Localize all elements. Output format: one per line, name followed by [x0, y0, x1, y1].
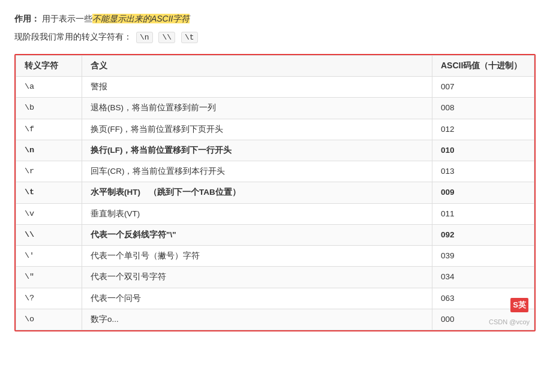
cell-escape: \b [16, 98, 82, 119]
cell-escape: \f [16, 119, 82, 140]
table-row: \"代表一个双引号字符034 [16, 267, 534, 288]
intro-label: 作用： [14, 14, 40, 23]
cell-ascii: 034 [432, 267, 534, 288]
cell-escape: \? [16, 288, 82, 309]
cell-ascii: 010 [432, 140, 534, 161]
cell-meaning: 换行(LF)，将当前位置移到下一行开头 [82, 140, 432, 161]
common-prefix: 现阶段我们常用的转义字符有： [14, 32, 132, 41]
cell-escape: \t [16, 182, 82, 203]
cell-escape: \\ [16, 224, 82, 245]
escape-table: 转义字符 含义 ASCII码值（十进制） \a警报007\b退格(BS)，将当前… [16, 55, 534, 330]
table-header-row: 转义字符 含义 ASCII码值（十进制） [16, 56, 534, 77]
table-row: \a警报007 [16, 77, 534, 98]
common-code-1: \n [136, 32, 153, 43]
cell-meaning: 回车(CR)，将当前位置移到本行开头 [82, 161, 432, 182]
table-row: \'代表一个单引号（撇号）字符039 [16, 246, 534, 267]
csdn-logo: S英 [510, 298, 528, 312]
cell-escape: \' [16, 246, 82, 267]
table-row: \?代表一个问号063 [16, 288, 534, 309]
intro-highlight: 不能显示出来的ASCII字符 [92, 14, 190, 23]
intro-line: 作用： 用于表示一些不能显示出来的ASCII字符 [14, 12, 536, 25]
cell-meaning: 警报 [82, 77, 432, 98]
cell-meaning: 换页(FF)，将当前位置移到下页开头 [82, 119, 432, 140]
header-meaning: 含义 [82, 56, 432, 77]
cell-escape: \o [16, 309, 82, 330]
cell-meaning: 垂直制表(VT) [82, 203, 432, 224]
common-line: 现阶段我们常用的转义字符有： \n \\ \t [14, 30, 536, 44]
intro-text: 用于表示一些 [42, 14, 92, 23]
table-row: \o数字o...000 [16, 309, 534, 330]
cell-meaning: 代表一个反斜线字符"\" [82, 224, 432, 245]
cell-ascii: 013 [432, 161, 534, 182]
cell-ascii: 092 [432, 224, 534, 245]
cell-ascii: 039 [432, 246, 534, 267]
cell-meaning: 代表一个问号 [82, 288, 432, 309]
table-row: \t水平制表(HT) （跳到下一个TAB位置）009 [16, 182, 534, 203]
table-row: \\代表一个反斜线字符"\"092 [16, 224, 534, 245]
header-escape: 转义字符 [16, 56, 82, 77]
cell-escape: \r [16, 161, 82, 182]
cell-escape: \n [16, 140, 82, 161]
cell-meaning: 代表一个单引号（撇号）字符 [82, 246, 432, 267]
cell-ascii: 007 [432, 77, 534, 98]
cell-escape: \" [16, 267, 82, 288]
common-code-3: \t [181, 32, 198, 43]
cell-ascii: 012 [432, 119, 534, 140]
table-row: \r回车(CR)，将当前位置移到本行开头013 [16, 161, 534, 182]
cell-meaning: 水平制表(HT) （跳到下一个TAB位置） [82, 182, 432, 203]
table-row: \f换页(FF)，将当前位置移到下页开头012 [16, 119, 534, 140]
cell-meaning: 数字o... [82, 309, 432, 330]
cell-ascii: 008 [432, 98, 534, 119]
header-ascii: ASCII码值（十进制） [432, 56, 534, 77]
cell-meaning: 代表一个双引号字符 [82, 267, 432, 288]
common-code-2: \\ [158, 32, 175, 43]
table-row: \n换行(LF)，将当前位置移到下一行开头010 [16, 140, 534, 161]
cell-escape: \a [16, 77, 82, 98]
table-row: \v垂直制表(VT)011 [16, 203, 534, 224]
watermark: CSDN @vcoy [489, 318, 530, 325]
escape-table-wrapper: 转义字符 含义 ASCII码值（十进制） \a警报007\b退格(BS)，将当前… [14, 54, 536, 331]
cell-escape: \v [16, 203, 82, 224]
cell-ascii: 011 [432, 203, 534, 224]
table-row: \b退格(BS)，将当前位置移到前一列008 [16, 98, 534, 119]
cell-ascii: 009 [432, 182, 534, 203]
cell-meaning: 退格(BS)，将当前位置移到前一列 [82, 98, 432, 119]
